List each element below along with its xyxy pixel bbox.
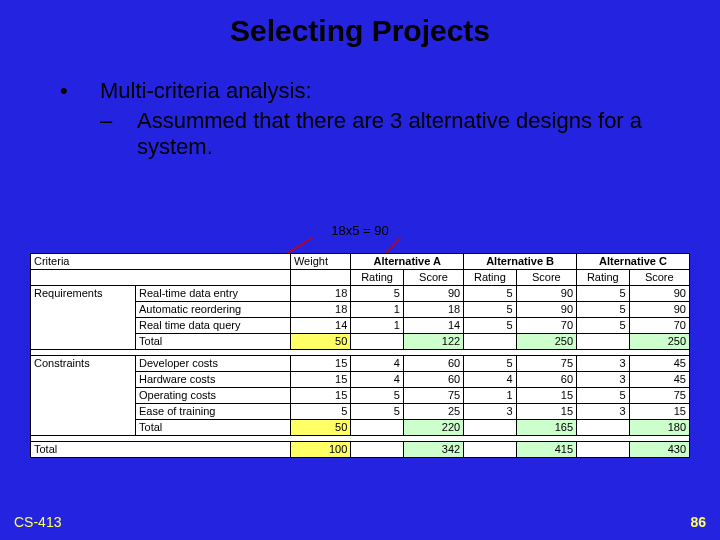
sub-bullet-row: – Assummed that there are 3 alternative … [60,108,680,160]
slide-title: Selecting Projects [0,0,720,48]
criteria-table-wrap: Criteria Weight Alternative A Alternativ… [30,253,690,458]
bullet-symbol: • [60,78,100,104]
cell-scoreB: 90 [516,286,576,302]
bullet-row: • Multi-criteria analysis: [60,78,680,104]
table-row: Requirements Real-time data entry 18 5 9… [31,286,690,302]
hdr-ratingC: Rating [577,270,630,286]
cell-ratingC: 5 [577,286,630,302]
cell-scoreC: 90 [629,286,689,302]
header-row-2: Rating Score Rating Score Rating Score [31,270,690,286]
hdr-criteria: Criteria [31,254,291,270]
group-label: Requirements [31,286,136,350]
annotation-text: 18x5 = 90 [0,223,720,238]
hdr-weight: Weight [290,254,350,270]
group-label: Constraints [31,356,136,436]
header-row-1: Criteria Weight Alternative A Alternativ… [31,254,690,270]
hdr-scoreC: Score [629,270,689,286]
sub-bullet-symbol: – [100,108,137,160]
hdr-ratingA: Rating [351,270,404,286]
footer-course: CS-413 [14,514,61,530]
criteria-table: Criteria Weight Alternative A Alternativ… [30,253,690,458]
hdr-altA: Alternative A [351,254,464,270]
hdr-ratingB: Rating [464,270,517,286]
grand-total-row: Total 100 342 415 430 [31,442,690,458]
sub-bullet-text: Assummed that there are 3 alternative de… [137,108,680,160]
footer-page: 86 [690,514,706,530]
content-block: • Multi-criteria analysis: – Assummed th… [0,48,720,160]
hdr-altC: Alternative C [577,254,690,270]
hdr-scoreB: Score [516,270,576,286]
hdr-altB: Alternative B [464,254,577,270]
table-row: Constraints Developer costs 15 4 60 5 75… [31,356,690,372]
cell-weight: 18 [290,286,350,302]
cell-ratingA: 5 [351,286,404,302]
hdr-scoreA: Score [403,270,463,286]
row-name: Real time data query [136,318,291,334]
row-name: Real-time data entry [136,286,291,302]
bullet-text: Multi-criteria analysis: [100,78,312,104]
slide: Selecting Projects • Multi-criteria anal… [0,0,720,540]
cell-scoreA: 90 [403,286,463,302]
cell-ratingB: 5 [464,286,517,302]
row-name: Automatic reordering [136,302,291,318]
